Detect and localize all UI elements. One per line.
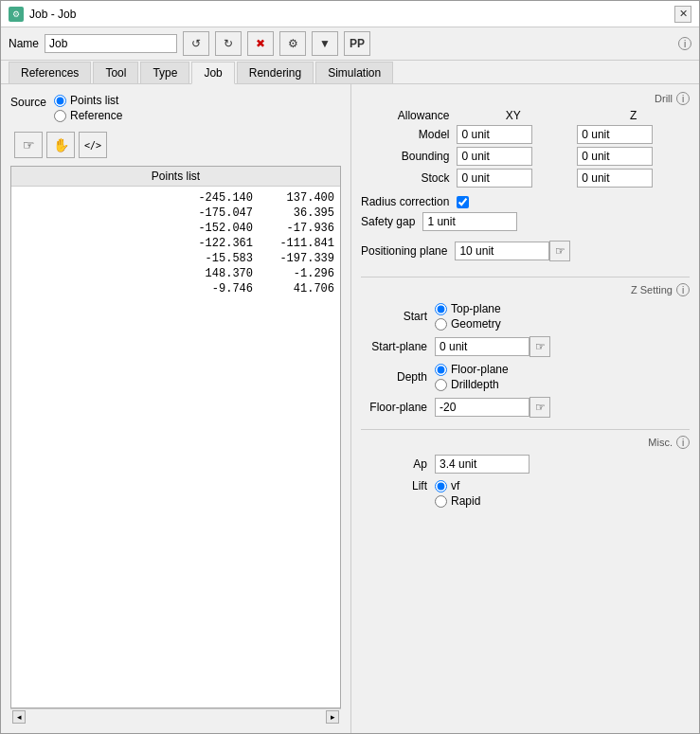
- icon-buttons: ☞ ✋ </>: [14, 132, 341, 158]
- point-row-2: -175.047 36.395: [17, 206, 334, 221]
- model-label: Model: [361, 128, 449, 141]
- safety-gap-input[interactable]: [422, 212, 517, 231]
- close-button[interactable]: ✕: [674, 6, 691, 23]
- floor-plane-input[interactable]: [435, 398, 529, 417]
- floor-plane-pick[interactable]: ☞: [529, 397, 550, 418]
- misc-info-icon[interactable]: i: [676, 436, 690, 449]
- points-list-body[interactable]: -245.140 137.400 -175.047 36.395 -152.04…: [11, 187, 340, 707]
- positioning-plane-row: Positioning plane ☞: [361, 241, 690, 261]
- safety-gap-row: Safety gap: [361, 212, 690, 231]
- action-btn-3[interactable]: ▼: [312, 31, 338, 56]
- start-geometry[interactable]: Geometry: [435, 317, 501, 331]
- point-row-3: -152.040 -17.936: [17, 221, 334, 236]
- tab-job[interactable]: Job: [191, 62, 234, 84]
- drill-header: Drill i: [361, 92, 690, 105]
- z-setting-header: Z Setting i: [361, 283, 690, 296]
- depth-label: Depth: [361, 370, 427, 384]
- divider-2: [361, 429, 690, 430]
- z-setting-info-icon[interactable]: i: [676, 283, 690, 296]
- tab-simulation[interactable]: Simulation: [315, 62, 393, 83]
- point-y-3: -17.936: [268, 222, 334, 235]
- stock-xy-input[interactable]: [457, 169, 532, 188]
- point-y-2: 36.395: [268, 206, 334, 220]
- ap-input[interactable]: [435, 455, 529, 474]
- redo-button[interactable]: ↻: [215, 31, 242, 56]
- main-window: ⚙ Job - Job ✕ Name ↺ ↻ ✖ ⚙ ▼ PP i Refere…: [0, 0, 700, 734]
- window-title: Job - Job: [29, 8, 76, 21]
- col-xy-header: XY: [457, 109, 569, 122]
- source-radio-group: Points list Reference: [54, 94, 122, 122]
- scroll-left[interactable]: ◂: [12, 710, 26, 724]
- depth-radio-group: Floor-plane Drilldepth: [435, 363, 509, 391]
- tab-type[interactable]: Type: [140, 62, 189, 83]
- radius-correction-checkbox[interactable]: [457, 196, 469, 208]
- misc-header: Misc. i: [361, 436, 690, 449]
- name-label: Name: [9, 37, 39, 50]
- start-plane-input[interactable]: [435, 337, 529, 356]
- points-list-container: Points list -245.140 137.400 -175.047 36…: [10, 166, 341, 708]
- scroll-right[interactable]: ▸: [326, 710, 339, 724]
- lift-radio-group: vf Rapid: [435, 479, 480, 508]
- source-points-list[interactable]: Points list: [54, 94, 122, 107]
- point-y-4: -111.841: [268, 237, 334, 250]
- lift-row: Lift vf Rapid: [361, 479, 690, 508]
- depth-drilldepth[interactable]: Drilldepth: [435, 378, 509, 391]
- start-topplane[interactable]: Top-plane: [435, 302, 501, 315]
- point-row-5: -15.583 -197.339: [17, 251, 334, 266]
- bounding-z-input[interactable]: [577, 147, 653, 166]
- depth-row: Depth Floor-plane Drilldepth: [361, 363, 690, 391]
- point-y-6: -1.296: [268, 267, 334, 280]
- positioning-plane-input[interactable]: [455, 242, 549, 260]
- depth-floorplane[interactable]: Floor-plane: [435, 363, 509, 376]
- point-x-7: -9.746: [187, 282, 253, 295]
- lift-rapid[interactable]: Rapid: [435, 494, 480, 508]
- window-icon: ⚙: [9, 7, 24, 22]
- bounding-label: Bounding: [361, 150, 449, 163]
- point-y-5: -197.339: [268, 252, 334, 265]
- title-bar: ⚙ Job - Job ✕: [1, 1, 699, 27]
- hand-button[interactable]: ✋: [46, 132, 75, 158]
- positioning-plane-pick[interactable]: ☞: [549, 241, 570, 261]
- bounding-xy-input[interactable]: [457, 147, 532, 166]
- code-button[interactable]: </>: [79, 132, 107, 158]
- tab-references[interactable]: References: [9, 62, 91, 83]
- point-y-7: 41.706: [268, 282, 334, 295]
- action-btn-1[interactable]: ✖: [247, 31, 274, 56]
- name-input[interactable]: [45, 34, 177, 53]
- point-x-2: -175.047: [187, 206, 253, 220]
- pp-button[interactable]: PP: [344, 31, 370, 56]
- content-area: Source Points list Reference ☞ ✋ </>: [1, 84, 699, 733]
- cursor-button[interactable]: ☞: [14, 132, 43, 158]
- point-row-4: -122.361 -111.841: [17, 236, 334, 251]
- model-z-input[interactable]: [577, 125, 653, 144]
- stock-z-input[interactable]: [577, 169, 653, 188]
- drill-info-icon[interactable]: i: [676, 92, 690, 105]
- start-plane-row: Start-plane ☞: [361, 336, 690, 357]
- tab-tool[interactable]: Tool: [93, 62, 138, 83]
- action-btn-2[interactable]: ⚙: [279, 31, 306, 56]
- drill-label: Drill: [655, 93, 673, 104]
- start-radio-group: Top-plane Geometry: [435, 302, 501, 331]
- point-row-6: 148.370 -1.296: [17, 266, 334, 281]
- left-panel: Source Points list Reference ☞ ✋ </>: [1, 84, 351, 733]
- bottom-scrollbar[interactable]: ◂ ▸: [10, 708, 341, 724]
- lift-label: Lift: [361, 479, 427, 492]
- radius-correction-row: Radius correction: [361, 195, 690, 208]
- misc-label: Misc.: [648, 437, 673, 448]
- start-plane-pick[interactable]: ☞: [529, 336, 550, 357]
- allowance-section: Allowance XY Z Model Bounding Stock: [361, 109, 690, 188]
- lift-vf[interactable]: vf: [435, 479, 480, 492]
- tabs-row: References Tool Type Job Rendering Simul…: [1, 61, 699, 84]
- divider-1: [361, 277, 690, 277]
- z-setting-label: Z Setting: [631, 284, 673, 295]
- point-row-7: -9.746 41.706: [17, 281, 334, 296]
- info-icon[interactable]: i: [678, 37, 691, 50]
- ap-row: Ap: [361, 455, 690, 474]
- point-x-4: -122.361: [187, 237, 253, 250]
- tab-rendering[interactable]: Rendering: [237, 62, 314, 83]
- model-xy-input[interactable]: [457, 125, 532, 144]
- source-reference[interactable]: Reference: [54, 109, 122, 122]
- safety-gap-label: Safety gap: [361, 215, 415, 228]
- undo-button[interactable]: ↺: [183, 31, 209, 56]
- floor-plane-label: Floor-plane: [361, 401, 427, 414]
